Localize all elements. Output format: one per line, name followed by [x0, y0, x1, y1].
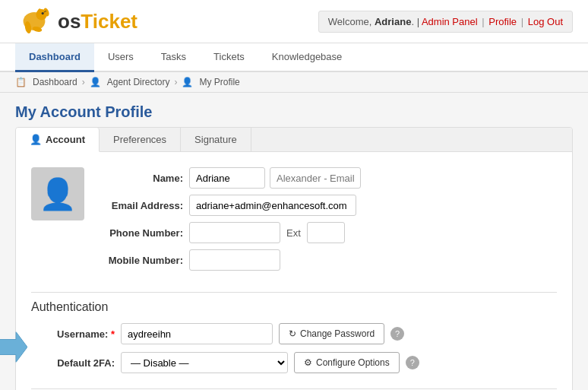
- refresh-icon: ↻: [289, 328, 296, 339]
- nav-item-tasks[interactable]: Tasks: [147, 43, 200, 72]
- nav-item-knowledgebase[interactable]: Knowledgebase: [258, 43, 356, 72]
- tabs-header: 👤 Account Preferences Signature: [16, 128, 572, 152]
- auth-rows-wrapper: Username: * ↻ Change Password ? Default …: [31, 323, 557, 373]
- mobile-input[interactable]: [189, 249, 280, 271]
- phone-row: Phone Number: Ext: [100, 222, 557, 243]
- breadcrumb-dashboard[interactable]: Dashboard: [33, 77, 77, 87]
- breadcrumb-current: My Profile: [199, 77, 239, 87]
- breadcrumb-dashboard-icon: 📋: [15, 77, 27, 87]
- email-row: Email Address:: [100, 195, 557, 216]
- tabs-container: 👤 Account Preferences Signature 👤 Name:: [15, 127, 573, 390]
- svg-marker-8: [0, 332, 27, 363]
- profile-link[interactable]: Profile: [488, 16, 517, 27]
- form-fields: Name: Email Address: Phone Number: Ext: [100, 167, 557, 277]
- mobile-row: Mobile Number:: [100, 249, 557, 271]
- tab-signature[interactable]: Signature: [181, 128, 251, 151]
- twofa-label: Default 2FA:: [31, 357, 115, 369]
- name-label: Name:: [100, 173, 183, 184]
- username-input[interactable]: [121, 323, 273, 344]
- avatar: 👤: [31, 167, 84, 220]
- authentication-section: Authentication Username: * ↻: [31, 292, 557, 373]
- last-name-input[interactable]: [270, 167, 361, 189]
- header: osTicket Welcome, Adriane. | Admin Panel…: [0, 0, 588, 43]
- nav-item-tickets[interactable]: Tickets: [200, 43, 258, 72]
- breadcrumb: 📋 Dashboard › 👤 Agent Directory › 👤 My P…: [0, 72, 588, 93]
- account-tab-icon: 👤: [30, 134, 42, 145]
- arrow-icon: [0, 332, 27, 363]
- username-help-icon[interactable]: ?: [390, 327, 404, 341]
- breadcrumb-agent-icon: 👤: [90, 77, 101, 87]
- twofa-help-icon[interactable]: ?: [406, 356, 419, 369]
- header-username: Adriane: [375, 16, 411, 27]
- page-title: My Account Profile: [0, 93, 588, 127]
- logo-text: osTicket: [58, 10, 138, 33]
- kangaroo-icon: [15, 6, 53, 36]
- change-password-button[interactable]: ↻ Change Password: [279, 323, 384, 344]
- header-welcome: Welcome, Adriane. | Admin Panel | Profil…: [318, 11, 573, 33]
- arrow-indicator: [0, 332, 27, 365]
- logout-link[interactable]: Log Out: [528, 16, 563, 27]
- profile-row: 👤 Name: Email Address:: [31, 167, 557, 277]
- logo: osTicket: [15, 6, 138, 36]
- svg-point-6: [42, 12, 44, 14]
- tab-preferences[interactable]: Preferences: [100, 128, 181, 151]
- required-marker: *: [111, 328, 115, 340]
- twofa-select[interactable]: — Disable — Email Authenticator App: [121, 352, 288, 373]
- admin-panel-link[interactable]: Admin Panel: [422, 16, 478, 27]
- email-input[interactable]: [189, 195, 356, 216]
- phone-input[interactable]: [189, 222, 280, 243]
- tab-content-account: 👤 Name: Email Address:: [16, 152, 572, 390]
- nav-item-dashboard[interactable]: Dashboard: [15, 43, 94, 72]
- breadcrumb-agent-directory[interactable]: Agent Directory: [107, 77, 170, 87]
- nav-item-users[interactable]: Users: [94, 43, 147, 72]
- first-name-input[interactable]: [189, 167, 265, 189]
- phone-label: Phone Number:: [100, 227, 183, 239]
- username-label: Username: *: [31, 328, 115, 340]
- name-row: Name:: [100, 167, 557, 189]
- username-row: Username: * ↻ Change Password ?: [31, 323, 557, 344]
- name-group: [189, 167, 361, 189]
- email-label: Email Address:: [100, 200, 183, 211]
- ext-input[interactable]: [307, 222, 345, 243]
- ext-label: Ext: [286, 227, 301, 239]
- main-nav: Dashboard Users Tasks Tickets Knowledgeb…: [0, 43, 588, 72]
- tab-account[interactable]: 👤 Account: [16, 128, 100, 152]
- mobile-label: Mobile Number:: [100, 255, 183, 266]
- twofa-row: Default 2FA: — Disable — Email Authentic…: [31, 352, 557, 373]
- avatar-icon: 👤: [39, 176, 77, 212]
- breadcrumb-profile-icon: 👤: [182, 77, 193, 87]
- gear-icon: ⚙: [304, 357, 312, 368]
- authentication-title: Authentication: [31, 300, 557, 314]
- configure-options-button[interactable]: ⚙ Configure Options: [294, 352, 400, 373]
